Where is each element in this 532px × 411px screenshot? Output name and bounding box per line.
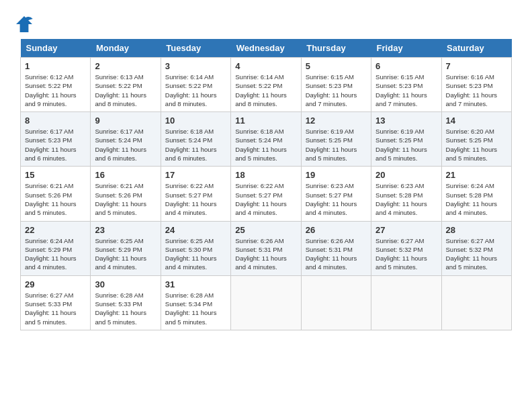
day-info: Sunrise: 6:20 AMSunset: 5:25 PMDaylight:… — [446, 127, 507, 163]
day-info: Sunrise: 6:18 AMSunset: 5:24 PMDaylight:… — [235, 127, 296, 163]
calendar-cell: 29Sunrise: 6:27 AMSunset: 5:33 PMDayligh… — [21, 275, 91, 330]
calendar-cell: 9Sunrise: 6:17 AMSunset: 5:24 PMDaylight… — [91, 112, 161, 167]
day-info: Sunrise: 6:25 AMSunset: 5:29 PMDaylight:… — [95, 236, 156, 272]
day-number: 19 — [306, 170, 367, 180]
calendar-cell: 8Sunrise: 6:17 AMSunset: 5:23 PMDaylight… — [21, 112, 91, 167]
calendar-cell: 7Sunrise: 6:16 AMSunset: 5:23 PMDaylight… — [441, 58, 511, 112]
day-number: 17 — [165, 170, 226, 180]
calendar-cell: 11Sunrise: 6:18 AMSunset: 5:24 PMDayligh… — [231, 112, 301, 167]
calendar-week-row: 22Sunrise: 6:24 AMSunset: 5:29 PMDayligh… — [21, 221, 512, 275]
day-number: 2 — [95, 61, 156, 71]
calendar-cell — [441, 275, 511, 330]
day-info: Sunrise: 6:21 AMSunset: 5:26 PMDaylight:… — [25, 181, 86, 217]
calendar-cell: 17Sunrise: 6:22 AMSunset: 5:27 PMDayligh… — [161, 167, 230, 221]
day-of-week-header: Tuesday — [161, 39, 230, 58]
calendar-cell: 1Sunrise: 6:12 AMSunset: 5:22 PMDaylight… — [21, 58, 91, 112]
day-info: Sunrise: 6:21 AMSunset: 5:26 PMDaylight:… — [95, 181, 156, 217]
day-info: Sunrise: 6:15 AMSunset: 5:23 PMDaylight:… — [375, 73, 437, 108]
day-info: Sunrise: 6:16 AMSunset: 5:23 PMDaylight:… — [446, 73, 507, 108]
day-info: Sunrise: 6:24 AMSunset: 5:28 PMDaylight:… — [446, 181, 507, 217]
day-info: Sunrise: 6:23 AMSunset: 5:28 PMDaylight:… — [375, 181, 437, 217]
day-number: 11 — [235, 116, 296, 126]
day-of-week-header: Sunday — [21, 39, 91, 58]
day-of-week-header: Friday — [371, 39, 441, 58]
day-number: 9 — [95, 116, 156, 126]
calendar-week-row: 1Sunrise: 6:12 AMSunset: 5:22 PMDaylight… — [21, 58, 512, 112]
day-info: Sunrise: 6:26 AMSunset: 5:31 PMDaylight:… — [306, 236, 367, 272]
day-info: Sunrise: 6:27 AMSunset: 5:33 PMDaylight:… — [25, 291, 86, 326]
calendar-cell: 16Sunrise: 6:21 AMSunset: 5:26 PMDayligh… — [91, 167, 161, 221]
calendar-cell — [371, 275, 441, 330]
calendar-week-row: 15Sunrise: 6:21 AMSunset: 5:26 PMDayligh… — [21, 167, 512, 221]
calendar-cell: 26Sunrise: 6:26 AMSunset: 5:31 PMDayligh… — [301, 221, 371, 275]
day-number: 30 — [95, 279, 156, 289]
day-of-week-header: Thursday — [301, 39, 371, 58]
day-number: 10 — [165, 116, 226, 126]
day-info: Sunrise: 6:15 AMSunset: 5:23 PMDaylight:… — [306, 73, 367, 108]
day-info: Sunrise: 6:14 AMSunset: 5:22 PMDaylight:… — [165, 73, 226, 108]
day-number: 24 — [165, 225, 226, 235]
calendar-cell — [231, 275, 301, 330]
day-info: Sunrise: 6:13 AMSunset: 5:22 PMDaylight:… — [95, 73, 156, 108]
day-info: Sunrise: 6:22 AMSunset: 5:27 PMDaylight:… — [235, 181, 296, 217]
calendar-cell: 4Sunrise: 6:14 AMSunset: 5:22 PMDaylight… — [231, 58, 301, 112]
day-number: 7 — [446, 61, 507, 71]
day-info: Sunrise: 6:22 AMSunset: 5:27 PMDaylight:… — [165, 181, 226, 217]
day-number: 5 — [306, 61, 367, 71]
calendar-cell — [301, 275, 371, 330]
day-number: 1 — [25, 61, 86, 71]
calendar-cell: 31Sunrise: 6:28 AMSunset: 5:34 PMDayligh… — [161, 275, 230, 330]
day-of-week-header: Monday — [91, 39, 161, 58]
day-number: 6 — [375, 61, 437, 71]
calendar-cell: 25Sunrise: 6:26 AMSunset: 5:31 PMDayligh… — [231, 221, 301, 275]
calendar-week-row: 29Sunrise: 6:27 AMSunset: 5:33 PMDayligh… — [21, 275, 512, 330]
day-info: Sunrise: 6:19 AMSunset: 5:25 PMDaylight:… — [375, 127, 437, 163]
day-number: 4 — [235, 61, 296, 71]
day-number: 23 — [95, 225, 156, 235]
day-number: 20 — [375, 170, 437, 180]
day-number: 16 — [95, 170, 156, 180]
day-info: Sunrise: 6:18 AMSunset: 5:24 PMDaylight:… — [165, 127, 226, 163]
day-info: Sunrise: 6:17 AMSunset: 5:23 PMDaylight:… — [25, 127, 86, 163]
calendar-cell: 5Sunrise: 6:15 AMSunset: 5:23 PMDaylight… — [301, 58, 371, 112]
calendar-cell: 28Sunrise: 6:27 AMSunset: 5:32 PMDayligh… — [441, 221, 511, 275]
calendar-table: SundayMondayTuesdayWednesdayThursdayFrid… — [20, 39, 512, 330]
day-info: Sunrise: 6:19 AMSunset: 5:25 PMDaylight:… — [306, 127, 367, 163]
calendar-cell: 10Sunrise: 6:18 AMSunset: 5:24 PMDayligh… — [161, 112, 230, 167]
calendar-cell: 6Sunrise: 6:15 AMSunset: 5:23 PMDaylight… — [371, 58, 441, 112]
calendar-cell: 20Sunrise: 6:23 AMSunset: 5:28 PMDayligh… — [371, 167, 441, 221]
day-number: 21 — [446, 170, 507, 180]
day-of-week-header: Saturday — [441, 39, 511, 58]
calendar-cell: 22Sunrise: 6:24 AMSunset: 5:29 PMDayligh… — [21, 221, 91, 275]
logo-icon — [13, 13, 35, 35]
calendar-header-row: SundayMondayTuesdayWednesdayThursdayFrid… — [21, 39, 512, 58]
calendar-cell: 23Sunrise: 6:25 AMSunset: 5:29 PMDayligh… — [91, 221, 161, 275]
day-number: 26 — [306, 225, 367, 235]
day-info: Sunrise: 6:12 AMSunset: 5:22 PMDaylight:… — [25, 73, 86, 108]
day-number: 28 — [446, 225, 507, 235]
day-number: 14 — [446, 116, 507, 126]
day-number: 22 — [25, 225, 86, 235]
day-number: 8 — [25, 116, 86, 126]
day-number: 18 — [235, 170, 296, 180]
calendar-cell: 2Sunrise: 6:13 AMSunset: 5:22 PMDaylight… — [91, 58, 161, 112]
logo — [13, 13, 39, 35]
calendar-cell: 14Sunrise: 6:20 AMSunset: 5:25 PMDayligh… — [441, 112, 511, 167]
day-info: Sunrise: 6:23 AMSunset: 5:27 PMDaylight:… — [306, 181, 367, 217]
calendar-cell: 19Sunrise: 6:23 AMSunset: 5:27 PMDayligh… — [301, 167, 371, 221]
day-number: 31 — [165, 279, 226, 289]
day-info: Sunrise: 6:26 AMSunset: 5:31 PMDaylight:… — [235, 236, 296, 272]
calendar-week-row: 8Sunrise: 6:17 AMSunset: 5:23 PMDaylight… — [21, 112, 512, 167]
calendar-cell: 18Sunrise: 6:22 AMSunset: 5:27 PMDayligh… — [231, 167, 301, 221]
calendar-cell: 30Sunrise: 6:28 AMSunset: 5:33 PMDayligh… — [91, 275, 161, 330]
day-info: Sunrise: 6:17 AMSunset: 5:24 PMDaylight:… — [95, 127, 156, 163]
calendar-cell: 13Sunrise: 6:19 AMSunset: 5:25 PMDayligh… — [371, 112, 441, 167]
day-number: 29 — [25, 279, 86, 289]
calendar-cell: 27Sunrise: 6:27 AMSunset: 5:32 PMDayligh… — [371, 221, 441, 275]
day-info: Sunrise: 6:27 AMSunset: 5:32 PMDaylight:… — [446, 236, 507, 272]
day-number: 25 — [235, 225, 296, 235]
day-number: 15 — [25, 170, 86, 180]
calendar-cell: 21Sunrise: 6:24 AMSunset: 5:28 PMDayligh… — [441, 167, 511, 221]
header — [7, 7, 525, 39]
day-info: Sunrise: 6:28 AMSunset: 5:33 PMDaylight:… — [95, 291, 156, 326]
